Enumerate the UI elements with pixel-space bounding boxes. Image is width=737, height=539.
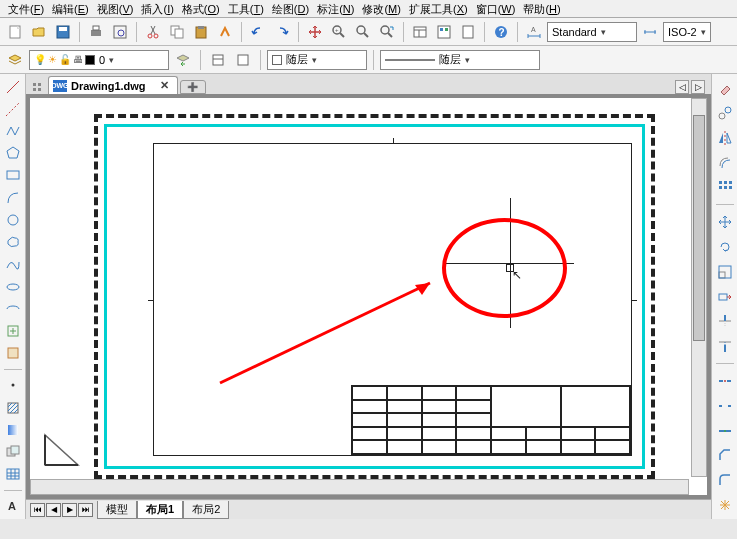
table-tool[interactable]	[3, 466, 23, 483]
zoom-realtime-button[interactable]: +	[328, 21, 350, 43]
arc-tool[interactable]	[3, 189, 23, 206]
region-tool[interactable]	[3, 443, 23, 460]
copy-button[interactable]	[166, 21, 188, 43]
circle-tool[interactable]	[3, 211, 23, 228]
tool-palettes-button[interactable]	[457, 21, 479, 43]
tab-nav-left[interactable]: ◁	[675, 80, 689, 94]
menu-format[interactable]: 格式(O)	[178, 0, 224, 17]
tab-handle-icon[interactable]	[30, 80, 44, 94]
save-button[interactable]	[52, 21, 74, 43]
zoom-window-button[interactable]	[352, 21, 374, 43]
dim-style-dropdown[interactable]: ISO-2	[663, 22, 711, 42]
scale-tool[interactable]	[715, 262, 735, 282]
layout-tab-layout2[interactable]: 布局2	[183, 501, 229, 519]
insert-block-tool[interactable]	[3, 322, 23, 339]
horizontal-scrollbar[interactable]	[30, 479, 689, 495]
layout-nav-next[interactable]: ▶	[62, 503, 77, 517]
close-tab-button[interactable]: ✕	[160, 79, 169, 92]
revcloud-tool[interactable]	[3, 234, 23, 251]
cut-button[interactable]	[142, 21, 164, 43]
explode-tool[interactable]	[715, 495, 735, 515]
properties-button[interactable]	[409, 21, 431, 43]
point-tool[interactable]	[3, 377, 23, 394]
hatch-tool[interactable]	[3, 399, 23, 416]
gradient-tool[interactable]	[3, 421, 23, 438]
layout-tab-layout1[interactable]: 布局1	[137, 501, 183, 519]
print-button[interactable]	[85, 21, 107, 43]
copy-tool[interactable]	[715, 103, 735, 123]
layer-iso-button[interactable]	[232, 49, 254, 71]
layer-manager-button[interactable]	[4, 49, 26, 71]
undo-button[interactable]	[247, 21, 269, 43]
polygon-tool[interactable]	[3, 145, 23, 162]
mtext-tool[interactable]: A	[3, 498, 23, 515]
line-tool[interactable]	[3, 78, 23, 95]
ellipse-arc-tool[interactable]	[3, 300, 23, 317]
move-tool[interactable]	[715, 212, 735, 232]
layout-tab-model[interactable]: 模型	[97, 501, 137, 519]
print-preview-button[interactable]	[109, 21, 131, 43]
make-block-tool[interactable]	[3, 345, 23, 362]
tab-nav-right[interactable]: ▷	[691, 80, 705, 94]
menu-modify[interactable]: 修改(M)	[358, 0, 405, 17]
layer-states-button[interactable]	[207, 49, 229, 71]
break-point-tool[interactable]	[715, 371, 735, 391]
stretch-tool[interactable]	[715, 287, 735, 307]
text-style-dropdown[interactable]: Standard	[547, 22, 637, 42]
chamfer-tool[interactable]	[715, 446, 735, 466]
svg-text:+: +	[335, 27, 339, 33]
menu-tools[interactable]: 工具(T)	[224, 0, 268, 17]
menu-window[interactable]: 窗口(W)	[472, 0, 520, 17]
layout-nav-first[interactable]: ⏮	[30, 503, 45, 517]
color-dropdown[interactable]: 随层	[267, 50, 367, 70]
mirror-tool[interactable]	[715, 128, 735, 148]
help-button[interactable]: ?	[490, 21, 512, 43]
array-tool[interactable]	[715, 177, 735, 197]
rectangle-tool[interactable]	[3, 167, 23, 184]
linetype-dropdown[interactable]: 随层	[380, 50, 540, 70]
spline-tool[interactable]	[3, 256, 23, 273]
menu-view[interactable]: 视图(V)	[93, 0, 138, 17]
match-button[interactable]	[214, 21, 236, 43]
standard-toolbar: + ? A Standard ISO-2	[0, 18, 737, 46]
new-tab-button[interactable]: ➕	[180, 80, 206, 94]
fillet-tool[interactable]	[715, 470, 735, 490]
join-tool[interactable]	[715, 421, 735, 441]
menu-insert[interactable]: 插入(I)	[137, 0, 177, 17]
polyline-tool[interactable]	[3, 122, 23, 139]
menu-file[interactable]: 文件(F)	[4, 0, 48, 17]
tab-nav: ◁ ▷	[675, 80, 705, 94]
layout-nav-last[interactable]: ⏭	[78, 503, 93, 517]
open-button[interactable]	[28, 21, 50, 43]
paste-button[interactable]	[190, 21, 212, 43]
document-tab[interactable]: DWG Drawing1.dwg ✕	[48, 76, 178, 94]
menu-dimension[interactable]: 标注(N)	[313, 0, 358, 17]
menu-edit[interactable]: 编辑(E)	[48, 0, 93, 17]
svg-rect-4	[93, 26, 99, 30]
layout-nav-prev[interactable]: ◀	[46, 503, 61, 517]
offset-tool[interactable]	[715, 152, 735, 172]
layer-previous-button[interactable]	[172, 49, 194, 71]
ellipse-tool[interactable]	[3, 278, 23, 295]
design-center-button[interactable]	[433, 21, 455, 43]
menu-draw[interactable]: 绘图(D)	[268, 0, 313, 17]
new-button[interactable]	[4, 21, 26, 43]
break-tool[interactable]	[715, 396, 735, 416]
rotate-tool[interactable]	[715, 237, 735, 257]
layer-dropdown[interactable]: 💡 ☀ 🔓 🖶 0	[29, 50, 169, 70]
pan-button[interactable]	[304, 21, 326, 43]
svg-rect-58	[724, 181, 727, 184]
trim-tool[interactable]	[715, 311, 735, 331]
dim-style-button[interactable]: A	[523, 21, 545, 43]
extend-tool[interactable]	[715, 336, 735, 356]
redo-button[interactable]	[271, 21, 293, 43]
menu-help[interactable]: 帮助(H)	[519, 0, 564, 17]
construction-line-tool[interactable]	[3, 100, 23, 117]
zoom-prev-button[interactable]	[376, 21, 398, 43]
drawing-canvas[interactable]: ↖	[30, 98, 707, 495]
modify-toolbar	[711, 74, 737, 519]
erase-tool[interactable]	[715, 78, 735, 98]
menu-express[interactable]: 扩展工具(X)	[405, 0, 472, 17]
dim-linear-button[interactable]	[639, 21, 661, 43]
vertical-scrollbar[interactable]	[691, 98, 707, 477]
